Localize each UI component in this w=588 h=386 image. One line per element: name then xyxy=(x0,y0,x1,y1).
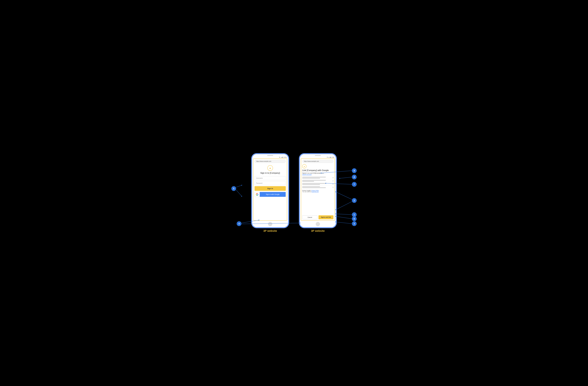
phone2-wifi-icon: ▼ xyxy=(327,157,328,158)
line-A xyxy=(340,177,352,178)
badge-1-label: 1 xyxy=(354,214,355,216)
phone2-content: https://www.example.com ▲ Link [Company]… xyxy=(301,159,335,221)
phone2-speaker xyxy=(315,155,321,156)
phone1: ▼ ▲ ▮ 12:30 https://www.example.com ▲ Si… xyxy=(252,154,289,228)
badge-3-label: 3 xyxy=(354,223,355,225)
agree-link-button[interactable]: Agree and link xyxy=(318,215,334,219)
diagram-container: ▼ ▲ ▮ 12:30 https://www.example.com ▲ Si… xyxy=(220,145,368,241)
phone1-url-bar: https://www.example.com xyxy=(254,160,286,163)
permission-item-4: ∨ xyxy=(302,186,334,188)
line-1 xyxy=(336,214,352,215)
sign-in-button[interactable]: Sign In xyxy=(254,186,286,191)
password-field[interactable]: Password xyxy=(254,181,286,185)
phone2-time: 12:30 xyxy=(331,157,334,158)
phone2: ▼ ▲ ▮ 12:30 https://www.example.com ▲ Li… xyxy=(299,154,336,228)
unlink-text: You can unlink at example.com xyxy=(302,191,334,192)
username-field[interactable]: Username xyxy=(254,176,286,180)
phone1-top-bar xyxy=(252,154,288,156)
perm-line xyxy=(302,178,320,179)
permission-item-3: ∨ xyxy=(302,183,334,185)
phone2-url-bar: https://www.example.com xyxy=(302,160,334,163)
perm-line xyxy=(302,187,326,188)
badge-3-circle xyxy=(352,221,357,226)
privacy-policy-link[interactable]: Privacy Policy xyxy=(312,190,319,191)
phone1-company-logo: ▲ xyxy=(267,165,273,171)
chevron-icon-1[interactable]: ∨ xyxy=(333,177,334,178)
phone1-label: 3P website xyxy=(263,229,277,232)
permission-item-1: ∨ xyxy=(302,176,334,179)
phone2-top-bar xyxy=(300,154,336,156)
google-g-icon xyxy=(256,193,258,196)
permission-lines-1 xyxy=(302,177,332,179)
phone1-signal-icon: ▲ xyxy=(281,157,282,158)
perm-line xyxy=(302,181,314,182)
privacy-text: Review Google's Privacy Policy xyxy=(302,190,334,191)
line-5-top xyxy=(236,185,242,187)
signed-in-text: Signed in as user123@example.com xyxy=(302,172,334,174)
perm-line xyxy=(302,186,320,187)
chevron-icon-3[interactable]: ∨ xyxy=(333,183,334,185)
line-6 xyxy=(336,216,352,219)
badge-8-circle xyxy=(352,168,357,173)
google-button-text: Sign in with Google xyxy=(260,193,286,195)
badge-5-label: 5 xyxy=(233,187,234,190)
phone1-wrapper: ▼ ▲ ▮ 12:30 https://www.example.com ▲ Si… xyxy=(252,154,289,232)
dot-5-bottom xyxy=(241,196,242,197)
badge-5-circle xyxy=(231,186,236,191)
line-2-bottom xyxy=(336,202,352,210)
phone2-status-bar: ▼ ▲ ▮ 12:30 xyxy=(300,156,336,158)
badge-4-circle xyxy=(237,221,241,226)
badge-A-circle xyxy=(352,175,357,180)
change-account-link[interactable]: change account xyxy=(302,174,334,175)
perm-line xyxy=(302,184,320,185)
phone2-title: Link [Company] with Google xyxy=(302,169,334,172)
line-5-bottom xyxy=(236,190,242,196)
badge-2-label: 2 xyxy=(354,199,355,202)
phone2-label: 3P website xyxy=(311,229,325,232)
permission-lines-4 xyxy=(302,186,332,188)
buttons-row: Cancel Agree and link xyxy=(302,215,334,219)
badge-1-circle xyxy=(352,212,357,217)
phone1-wifi-icon: ▼ xyxy=(279,157,280,158)
badge-6-label: 6 xyxy=(354,218,355,220)
perm-line xyxy=(302,183,326,184)
permission-lines-3 xyxy=(302,183,332,185)
badge-6-circle xyxy=(352,216,357,221)
line-3 xyxy=(336,222,352,224)
phone1-battery-icon: ▮ xyxy=(282,157,283,158)
phone2-signal-icon: ▲ xyxy=(328,157,330,158)
phone2-company-logo: ▲ xyxy=(302,164,306,168)
badge-A-label: A xyxy=(354,176,355,178)
phone1-time: 12:30 xyxy=(284,157,287,158)
badge-7-label: 7 xyxy=(354,183,355,185)
phone1-status-bar: ▼ ▲ ▮ 12:30 xyxy=(252,156,288,158)
dot-A xyxy=(339,178,340,179)
phone1-content: https://www.example.com ▲ Sign in to [Co… xyxy=(253,159,287,221)
phone2-home-button[interactable] xyxy=(316,222,320,226)
phone2-battery-icon: ▮ xyxy=(330,157,331,158)
dot-5-top xyxy=(241,185,242,186)
phone2-bottom xyxy=(300,221,336,227)
unlink-link[interactable]: example.com xyxy=(312,191,319,192)
phone1-bottom xyxy=(252,221,288,227)
cancel-button[interactable]: Cancel xyxy=(302,215,317,219)
phone1-home-button[interactable] xyxy=(268,222,272,226)
phone1-title: Sign in to [Company] xyxy=(254,172,286,174)
permission-lines-2 xyxy=(302,180,332,182)
chevron-icon-2[interactable]: ∨ xyxy=(333,180,334,182)
badge-8-label: 8 xyxy=(354,170,355,172)
google-sign-in-button[interactable]: Sign in with Google xyxy=(254,192,286,197)
phone2-wrapper: ▼ ▲ ▮ 12:30 https://www.example.com ▲ Li… xyxy=(299,154,336,232)
google-icon-box xyxy=(255,192,260,197)
chevron-icon-4[interactable]: ∨ xyxy=(333,186,334,188)
badge-7-circle xyxy=(352,182,357,187)
badge-2-circle xyxy=(352,198,357,203)
phone1-speaker xyxy=(267,155,273,156)
badge-4-label: 4 xyxy=(238,223,240,225)
line-2-top xyxy=(336,192,352,199)
perm-line xyxy=(302,177,326,178)
perm-line xyxy=(302,180,326,181)
phones-row: ▼ ▲ ▮ 12:30 https://www.example.com ▲ Si… xyxy=(252,154,336,232)
permission-item-2: ∨ xyxy=(302,180,334,182)
